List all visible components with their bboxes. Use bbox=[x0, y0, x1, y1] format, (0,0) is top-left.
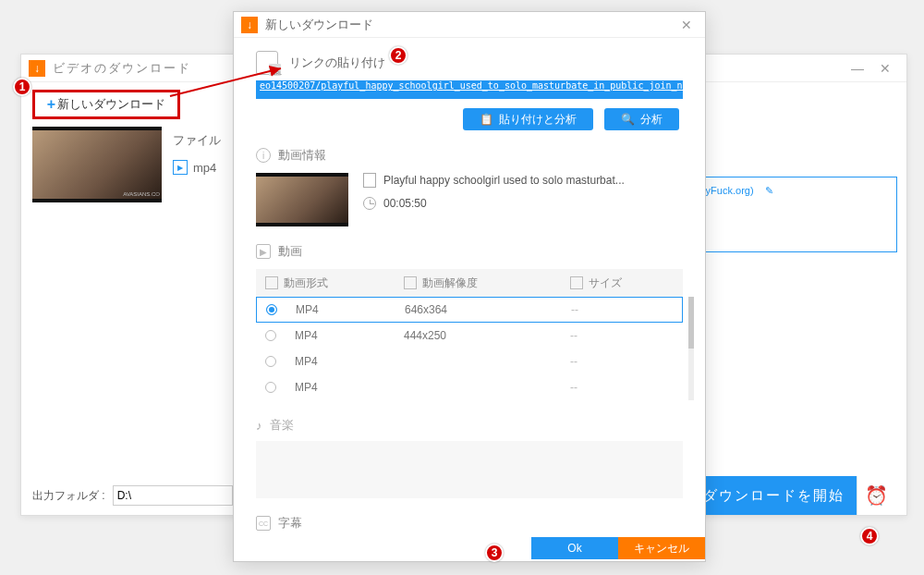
format-header-res: 動画解像度 bbox=[422, 275, 478, 291]
music-icon: ♪ bbox=[256, 419, 262, 433]
url-input[interactable]: eo14500207/playful_happy_schoolgirl_used… bbox=[256, 80, 683, 99]
paste-analyze-button[interactable]: 📋 貼り付けと分析 bbox=[463, 108, 593, 130]
tutorial-marker-3: 3 bbox=[485, 544, 504, 562]
format-icon bbox=[265, 276, 278, 289]
clock-icon bbox=[363, 197, 376, 210]
minimize-button[interactable]: — bbox=[844, 57, 871, 80]
format-header-fmt: 動画形式 bbox=[284, 275, 328, 291]
video-section-label: 動画 bbox=[278, 243, 302, 260]
start-download-button[interactable]: ダウンロードを開始 bbox=[690, 476, 857, 515]
cancel-label: キャンセル bbox=[634, 541, 689, 557]
svg-line-0 bbox=[170, 68, 281, 96]
radio-icon bbox=[265, 330, 276, 341]
mp4-label: mp4 bbox=[193, 161, 216, 175]
video-info-label: 動画情報 bbox=[278, 147, 326, 164]
video-info-section-title: i 動画情報 bbox=[256, 147, 683, 164]
tutorial-arrow bbox=[166, 65, 296, 111]
tutorial-marker-1: 1 bbox=[13, 78, 31, 96]
cc-icon: CC bbox=[256, 516, 271, 531]
format-fmt: MP4 bbox=[296, 303, 405, 316]
format-res: 646x364 bbox=[405, 303, 571, 316]
dialog-body: リンクの貼り付け eo14500207/playful_happy_school… bbox=[234, 38, 705, 533]
start-download-label: ダウンロードを開始 bbox=[703, 487, 845, 505]
schedule-button[interactable]: ⏰ bbox=[857, 476, 895, 515]
paste-icon: 📋 bbox=[480, 113, 493, 126]
video-section-title: ▶ 動画 bbox=[256, 243, 683, 260]
plus-icon: + bbox=[47, 96, 55, 113]
format-size: -- bbox=[571, 303, 673, 316]
audio-section-label: 音楽 bbox=[270, 417, 294, 434]
info-icon: i bbox=[256, 148, 271, 163]
video-info-thumbnail bbox=[256, 173, 348, 226]
video-duration: 00:05:50 bbox=[383, 197, 427, 210]
format-size: -- bbox=[570, 329, 674, 342]
audio-list bbox=[256, 441, 683, 498]
scrollbar-thumb[interactable] bbox=[688, 297, 694, 349]
format-res: 444x250 bbox=[404, 329, 570, 342]
analyze-button[interactable]: 🔍 分析 bbox=[604, 108, 679, 130]
video-title: Playful happy schoolgirl used to solo ma… bbox=[383, 174, 625, 187]
close-button[interactable]: ✕ bbox=[871, 57, 899, 80]
dialog-footer: Ok キャンセル bbox=[234, 533, 705, 561]
radio-icon bbox=[265, 356, 276, 367]
subtitle-section-title: CC 字幕 bbox=[256, 515, 683, 532]
output-folder-label: 出力フォルダ : bbox=[32, 488, 105, 504]
format-row[interactable]: MP4 444x250 -- bbox=[256, 323, 683, 349]
tutorial-marker-2: 2 bbox=[389, 46, 407, 65]
format-fmt: MP4 bbox=[295, 381, 404, 394]
format-row[interactable]: MP4 -- bbox=[256, 374, 683, 400]
dialog-header: ↓ 新しいダウンロード ✕ bbox=[234, 12, 705, 38]
video-info: Playful happy schoolgirl used to solo ma… bbox=[256, 173, 683, 226]
format-size: -- bbox=[570, 355, 674, 368]
paste-analyze-label: 貼り付けと分析 bbox=[499, 112, 577, 128]
format-row[interactable]: MP4 -- bbox=[256, 349, 683, 374]
format-list: MP4 646x364 -- MP4 444x250 -- MP4 -- MP4 bbox=[256, 297, 683, 400]
format-header: 動画形式 動画解像度 サイズ bbox=[256, 269, 683, 297]
app-icon: ↓ bbox=[29, 60, 45, 77]
ok-label: Ok bbox=[567, 542, 581, 555]
analyze-label: 分析 bbox=[640, 112, 663, 128]
new-download-button[interactable]: + 新しいダウンロード bbox=[32, 90, 180, 119]
tutorial-marker-4: 4 bbox=[860, 527, 879, 545]
url-section: リンクの貼り付け eo14500207/playful_happy_school… bbox=[256, 51, 683, 130]
format-fmt: MP4 bbox=[295, 329, 404, 342]
url-label: リンクの貼り付け bbox=[289, 55, 385, 71]
radio-selected-icon bbox=[266, 304, 277, 315]
search-icon: 🔍 bbox=[621, 113, 635, 126]
format-row[interactable]: MP4 646x364 -- bbox=[256, 297, 683, 323]
ok-button[interactable]: Ok bbox=[531, 537, 618, 559]
cancel-button[interactable]: キャンセル bbox=[618, 537, 705, 559]
dialog-app-icon: ↓ bbox=[241, 17, 258, 33]
format-size: -- bbox=[570, 381, 674, 394]
url-info-box: asyFuck.org) ✎ bbox=[685, 177, 897, 252]
output-folder-input[interactable] bbox=[113, 485, 233, 506]
dialog-close-button[interactable]: ✕ bbox=[675, 18, 698, 32]
mp4-icon: ▶ bbox=[173, 160, 188, 175]
new-download-label: 新しいダウンロード bbox=[57, 96, 165, 113]
dialog-title: 新しいダウンロード bbox=[265, 17, 675, 33]
resolution-icon bbox=[404, 276, 417, 289]
format-fmt: MP4 bbox=[295, 355, 404, 368]
new-download-dialog: ↓ 新しいダウンロード ✕ リンクの貼り付け eo14500207/playfu… bbox=[233, 11, 706, 562]
video-thumbnail[interactable]: AVASIANS.CO bbox=[32, 127, 162, 202]
format-header-size: サイズ bbox=[589, 275, 622, 291]
edit-icon[interactable]: ✎ bbox=[765, 185, 773, 196]
radio-icon bbox=[265, 382, 276, 393]
size-icon bbox=[570, 276, 583, 289]
video-icon: ▶ bbox=[256, 244, 271, 259]
document-icon bbox=[363, 173, 376, 188]
audio-section-title: ♪ 音楽 bbox=[256, 417, 683, 434]
subtitle-section-label: 字幕 bbox=[278, 515, 302, 532]
